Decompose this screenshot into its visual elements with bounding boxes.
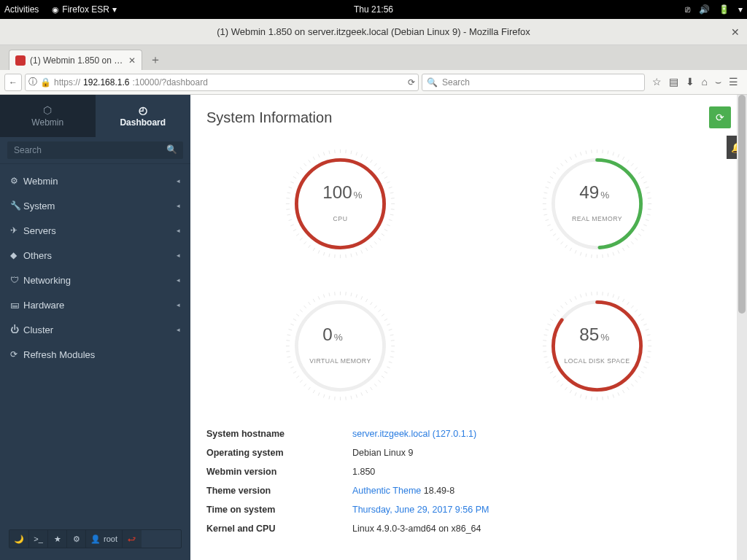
sidebar-item-others[interactable]: ◆Others◂ [0, 243, 190, 268]
svg-line-132 [361, 296, 363, 299]
svg-text:LOCAL DISK SPACE: LOCAL DISK SPACE [564, 357, 630, 365]
nav-icon: ✈ [10, 225, 23, 236]
svg-line-249 [580, 295, 581, 298]
info-link[interactable]: server.itzgeek.local (127.0.1.1) [352, 429, 476, 439]
svg-line-200 [635, 310, 638, 312]
svg-line-195 [613, 295, 614, 298]
download-icon[interactable]: ⬇ [686, 76, 694, 88]
sidebar-item-hardware[interactable]: 🖴Hardware◂ [0, 292, 190, 317]
sidebar-item-servers[interactable]: ✈Servers◂ [0, 218, 190, 243]
svg-line-73 [638, 172, 641, 174]
svg-line-178 [293, 319, 296, 320]
svg-line-74 [641, 176, 644, 178]
activities-button[interactable]: Activities [4, 4, 39, 15]
home-icon[interactable]: ⌂ [702, 76, 708, 88]
sidebar-item-system[interactable]: 🔧System◂ [0, 193, 190, 218]
svg-line-31 [335, 254, 336, 258]
svg-line-167 [296, 376, 299, 378]
reader-icon[interactable]: ▤ [669, 76, 678, 88]
night-mode-button[interactable]: 🌙 [9, 530, 29, 548]
browser-tab[interactable]: (1) Webmin 1.850 on … ✕ [9, 50, 142, 70]
terminal-button[interactable]: >_ [29, 530, 48, 548]
chevron-left-icon: ◂ [177, 301, 180, 308]
svg-line-75 [643, 182, 646, 183]
svg-line-218 [618, 392, 619, 395]
info-link[interactable]: Thursday, June 29, 2017 9:56 PM [352, 505, 489, 515]
nav-label: Servers [23, 225, 177, 236]
sidebar-nav: ⚙Webmin◂🔧System◂✈Servers◂◆Others◂🛡Networ… [0, 164, 190, 522]
svg-line-245 [560, 306, 562, 308]
nav-icon: ⏻ [10, 324, 23, 335]
settings-button[interactable]: ⚙ [67, 530, 86, 548]
sidebar-tab-webmin[interactable]: ⬡ Webmin [0, 95, 96, 137]
browser-search-box[interactable]: 🔍 Search [422, 74, 645, 91]
window-close-button[interactable]: ✕ [731, 26, 740, 38]
svg-line-176 [289, 329, 293, 330]
svg-line-182 [309, 302, 311, 305]
svg-line-67 [613, 152, 614, 156]
svg-line-1 [346, 149, 347, 153]
info-key: System hostname [206, 429, 352, 439]
back-button[interactable]: ← [4, 74, 22, 91]
hamburger-menu-icon[interactable]: ☰ [729, 76, 738, 88]
svg-line-84 [641, 229, 644, 230]
svg-line-113 [547, 182, 550, 183]
gauge-cpu: 100%CPU [234, 147, 447, 260]
svg-line-20 [384, 229, 387, 230]
star-icon[interactable]: ☆ [652, 76, 662, 88]
info-key: Webmin version [206, 467, 352, 477]
nav-label: Refresh Modules [23, 349, 180, 360]
sidebar-item-refresh-modules[interactable]: ⟳Refresh Modules [0, 342, 190, 367]
logout-button[interactable]: ⮐ [123, 530, 142, 548]
svg-line-234 [545, 362, 549, 362]
svg-line-117 [560, 163, 562, 166]
gauge-local-disk-space: 85%LOCAL DISK SPACE [491, 289, 704, 402]
svg-line-179 [296, 314, 299, 316]
svg-line-53 [304, 163, 306, 166]
svg-line-18 [389, 219, 392, 220]
sidebar-search-input[interactable] [7, 141, 183, 159]
svg-point-188 [297, 302, 384, 389]
svg-line-81 [646, 214, 650, 215]
refresh-button[interactable]: ⟳ [709, 106, 731, 128]
svg-line-17 [390, 214, 394, 215]
tab-close-button[interactable]: ✕ [128, 55, 136, 66]
clock[interactable]: Thu 21:56 [354, 4, 393, 15]
dashboard-icon: ◴ [139, 104, 147, 116]
nav-icon: 🔧 [10, 201, 23, 211]
sidebar-tab-dashboard[interactable]: ◴ Dashboard [96, 95, 191, 137]
new-tab-button[interactable]: ＋ [150, 50, 161, 70]
scrollbar-thumb[interactable] [738, 95, 746, 314]
svg-line-34 [318, 250, 320, 253]
battery-icon[interactable]: 🔋 [719, 4, 729, 15]
svg-line-251 [591, 292, 592, 295]
reload-button[interactable]: ⟳ [408, 77, 415, 88]
info-link[interactable]: Authentic Theme [352, 486, 421, 496]
volume-icon[interactable]: 🔊 [699, 4, 710, 15]
sidebar-item-webmin[interactable]: ⚙Webmin◂ [0, 168, 190, 193]
url-protocol: https:// [54, 77, 80, 88]
svg-line-25 [366, 248, 368, 251]
svg-line-212 [641, 371, 644, 373]
nav-icon: ◆ [10, 250, 23, 260]
network-icon[interactable]: ⎚ [685, 4, 690, 15]
sidebar-item-cluster[interactable]: ⏻Cluster◂ [0, 317, 190, 342]
svg-line-134 [371, 302, 373, 305]
svg-line-110 [543, 198, 546, 199]
svg-line-236 [543, 351, 546, 352]
scrollbar-track[interactable] [737, 95, 747, 560]
chevron-down-icon[interactable]: ▾ [738, 4, 743, 15]
svg-line-49 [291, 182, 294, 183]
svg-line-116 [557, 168, 560, 170]
chevron-left-icon: ◂ [177, 252, 180, 259]
svg-line-209 [646, 357, 650, 357]
svg-line-181 [304, 306, 306, 308]
pocket-icon[interactable]: ⌣ [715, 76, 721, 88]
svg-line-145 [390, 357, 394, 357]
user-button[interactable]: 👤root [86, 530, 123, 548]
current-app-menu[interactable]: ◉ Firefox ESR ▾ [52, 4, 117, 15]
svg-line-58 [329, 151, 330, 155]
sidebar-item-networking[interactable]: 🛡Networking◂ [0, 268, 190, 292]
favorites-button[interactable]: ★ [48, 530, 67, 548]
address-bar[interactable]: ⓘ 🔒 https://192.168.1.6:10000/?dashboard… [25, 74, 419, 91]
